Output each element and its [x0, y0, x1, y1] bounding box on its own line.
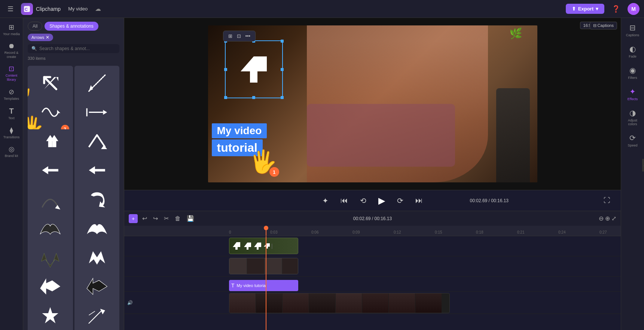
- export-button[interactable]: ⬆ Export ▾: [566, 4, 604, 14]
- video-preview: 🌿: [208, 25, 537, 182]
- sidebar-item-transitions[interactable]: ⧫ Transitions: [1, 124, 22, 142]
- add-track-button[interactable]: +: [129, 214, 138, 223]
- arrows-tag[interactable]: Arrows ✕: [28, 34, 53, 41]
- scarf-area: [307, 104, 455, 167]
- arrows-clip[interactable]: |: [229, 238, 298, 254]
- timeline-area: + ↩ ↪ ✂ 🗑 💾 00:02.69 / 00:16.13 ⊖ ⊕ ⤢: [124, 211, 621, 330]
- right-panel-fade[interactable]: ◐ Fade: [622, 42, 643, 61]
- video-clip[interactable]: [229, 258, 298, 274]
- right-panel-filters[interactable]: ◉ Filters: [622, 64, 643, 82]
- shape-item[interactable]: [28, 298, 73, 330]
- zoom-controls: ⊖ ⊕ ⤢: [599, 215, 616, 222]
- record-icon: ⏺: [8, 42, 15, 50]
- save-button[interactable]: 💾: [185, 213, 196, 223]
- svg-marker-13: [89, 166, 105, 175]
- resize-button[interactable]: ⊞: [226, 33, 234, 40]
- forward-button[interactable]: ⟳: [394, 195, 406, 207]
- timeline-time-center: 00:02.69 / 00:16.13: [353, 216, 392, 221]
- menu-button[interactable]: ☰: [4, 3, 16, 15]
- sidebar-label-templates: Templates: [4, 97, 19, 101]
- captions-panel-icon: ⊟: [629, 23, 636, 32]
- track-row-text: T My video tutorial: [124, 277, 621, 292]
- zoom-in-button[interactable]: ⊕: [605, 215, 610, 222]
- brand-icon: ◎: [9, 145, 15, 153]
- volume-icon: 🔊: [127, 300, 133, 305]
- delete-button[interactable]: 🗑: [173, 214, 182, 223]
- magic-wand-button[interactable]: ✦: [319, 195, 332, 207]
- crop-button[interactable]: ⊡: [235, 33, 243, 40]
- search-icon: 🔍: [31, 46, 37, 51]
- tab-shapes[interactable]: Shapes & annotations: [45, 22, 98, 31]
- shapes-grid: 🖐 1 🖐 3: [23, 66, 124, 330]
- fullscreen-button[interactable]: ⛶: [601, 195, 613, 206]
- svg-marker-22: [254, 243, 261, 250]
- playhead-ruler: [266, 226, 266, 236]
- search-box: 🔍: [28, 44, 119, 53]
- main-layout: ⊞ Your media ⏺ Record &create ⊡ Contentl…: [0, 18, 644, 330]
- text-clip[interactable]: T My video tutorial: [229, 280, 298, 291]
- track-header-main: 🔊: [124, 300, 229, 305]
- search-input[interactable]: [39, 46, 116, 51]
- redo-button[interactable]: ↪: [152, 213, 159, 223]
- zoom-fit-button[interactable]: ⤢: [611, 215, 616, 222]
- captions-button[interactable]: ⊟ Captions: [590, 22, 617, 30]
- project-title[interactable]: My video: [65, 5, 91, 13]
- adjust-colors-label: Adjustcolors: [628, 118, 637, 126]
- tab-all[interactable]: All: [28, 22, 42, 31]
- sidebar-item-your-media[interactable]: ⊞ Your media: [1, 21, 22, 38]
- svg-text:C: C: [25, 7, 28, 12]
- help-button[interactable]: ❓: [609, 3, 623, 15]
- filter-tags: Arrows ✕: [28, 34, 119, 41]
- undo-button[interactable]: ↩: [141, 213, 149, 223]
- text-clip-label: My video tutorial: [237, 283, 298, 288]
- left-sidebar: ⊞ Your media ⏺ Record &create ⊡ Contentl…: [0, 18, 23, 330]
- rewind-button[interactable]: ⟲: [357, 195, 369, 207]
- timeline-toolbar: + ↩ ↪ ✂ 🗑 💾 00:02.69 / 00:16.13 ⊖ ⊕ ⤢: [124, 211, 621, 226]
- avatar-button[interactable]: M: [628, 3, 640, 15]
- sidebar-item-brand-kit[interactable]: ◎ Brand kit: [1, 143, 22, 160]
- text-overlay-block: My video tutorial: [212, 123, 267, 156]
- effects-label: Effects: [628, 97, 638, 101]
- center-area: 16:9 ⊟ Captions 🌿: [124, 18, 621, 330]
- element-toolbar: ⊞ ⊡ •••: [223, 31, 256, 41]
- svg-marker-20: [233, 242, 240, 250]
- sidebar-label-text: Text: [8, 116, 15, 120]
- sidebar-label-record: Record &create: [4, 51, 19, 59]
- skip-to-start-button[interactable]: ⏮: [338, 195, 351, 206]
- main-video-clip[interactable]: [229, 293, 450, 313]
- shape-item[interactable]: [74, 298, 120, 330]
- overlay-subtitle[interactable]: tutorial: [212, 139, 263, 156]
- sidebar-item-record-create[interactable]: ⏺ Record &create: [1, 40, 22, 61]
- right-panel-captions[interactable]: ⊟ Captions: [622, 21, 643, 39]
- remove-arrows-tag[interactable]: ✕: [46, 35, 49, 40]
- svg-marker-7: [103, 110, 107, 115]
- text-clip-type-icon: T: [229, 283, 237, 289]
- svg-marker-11: [101, 145, 107, 149]
- speed-label: Speed: [628, 144, 637, 147]
- track-row-arrows: |: [124, 236, 621, 256]
- sidebar-item-content-library[interactable]: ⊡ Contentlibrary: [1, 62, 22, 84]
- plant-decoration: 🌿: [509, 27, 522, 40]
- cut-button[interactable]: ✂: [162, 213, 170, 223]
- sidebar-item-templates[interactable]: ⊘ Templates: [1, 86, 22, 103]
- shapes-panel: All Shapes & annotations Arrows ✕ 🔍 330 …: [23, 18, 124, 330]
- skip-to-end-button[interactable]: ⏭: [412, 195, 426, 206]
- right-panel-effects[interactable]: ✦ Effects: [622, 85, 643, 103]
- overlay-title[interactable]: My video: [212, 123, 267, 138]
- right-panel-adjust-colors[interactable]: ◑ Adjustcolors: [622, 106, 643, 128]
- speed-icon: ⟳: [629, 133, 636, 142]
- track-row-main: 🔊: [124, 292, 621, 314]
- zoom-out-button[interactable]: ⊖: [599, 215, 604, 222]
- svg-marker-21: [244, 243, 251, 250]
- right-panel-speed[interactable]: ⟳ Speed: [622, 131, 643, 149]
- filter-tabs: All Shapes & annotations: [28, 22, 119, 31]
- timeline-ruler: 0 0:03 0:06 0:09 0:12 0:15 0:18 0:21 0:2…: [124, 226, 621, 236]
- filters-label: Filters: [628, 76, 637, 80]
- more-options-button[interactable]: •••: [244, 33, 253, 40]
- track-content-arrows: |: [229, 238, 621, 255]
- shape-item[interactable]: 🖐 3: [28, 95, 73, 130]
- background-person: [496, 88, 530, 182]
- app-name: Clipchamp: [36, 6, 61, 12]
- play-button[interactable]: ▶: [375, 194, 388, 207]
- sidebar-item-text[interactable]: T Text: [1, 105, 22, 123]
